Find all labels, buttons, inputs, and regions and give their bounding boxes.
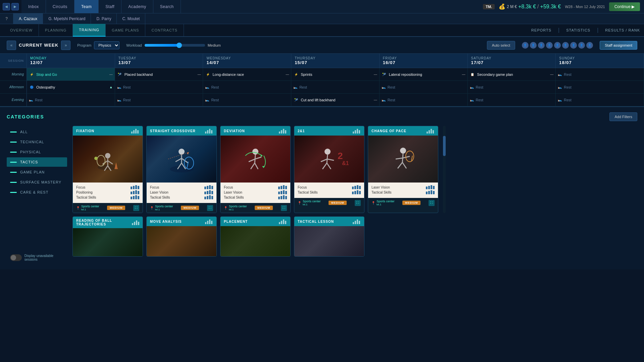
card-deviation[interactable]: DEVIATION — [220, 126, 291, 213]
tab-contracts[interactable]: CONTRACTS — [145, 24, 184, 37]
fri-afternoon[interactable]: 🛌 Rest — [380, 81, 468, 94]
card-move-analysis[interactable]: MOVE ANALYSIS — [146, 216, 217, 257]
card-corner-icon: ⛶ — [281, 205, 287, 211]
nav-tab-inbox[interactable]: Inbox — [21, 0, 46, 13]
thu-afternoon[interactable]: 🛌 Rest — [291, 81, 380, 94]
rest-item: 🛌 Rest — [470, 85, 484, 89]
card-title: 2&1 — [298, 129, 305, 133]
sun-morning[interactable]: 🛌 Rest — [556, 68, 644, 81]
cut-lift-session[interactable]: 🎾 Cut and lift backhand — — [293, 97, 377, 103]
card-title: TACTICAL LESSON — [298, 220, 334, 223]
svg-line-26 — [251, 163, 255, 169]
mon-morning[interactable]: ⚡ Stop and Go — — [27, 68, 115, 81]
osteopathy-session[interactable]: 🔵 Osteopathy ▲ — [29, 85, 113, 90]
nav-tab-team[interactable]: Team — [75, 0, 99, 13]
week-prev-btn[interactable]: « — [7, 41, 16, 50]
sun-evening[interactable]: 🛌 Rest — [556, 94, 644, 106]
sat-evening[interactable]: 🛌 Rest — [468, 94, 556, 106]
cat-all[interactable]: ALL — [7, 127, 67, 137]
rest-icon: 🛌 — [293, 85, 297, 89]
cat-technical[interactable]: TECHNICAL — [7, 137, 67, 147]
rest-label: Rest — [476, 85, 484, 89]
fri-morning[interactable]: 🎾 Lateral repositioning — — [380, 68, 468, 81]
scrollbar-thumb[interactable] — [443, 136, 446, 156]
tue-morning[interactable]: 🎾 Placed backhand — — [115, 68, 203, 81]
tab-planning[interactable]: PLANNING — [39, 24, 73, 37]
stat-label: Focus — [76, 186, 85, 189]
nav-forward[interactable]: ▶ — [11, 3, 19, 10]
svg-text:&1: &1 — [342, 160, 349, 166]
svg-line-14 — [176, 158, 182, 162]
tab-overview[interactable]: OVERVIEW — [4, 24, 39, 37]
long-distance-session[interactable]: ⚡ Long-distance race — — [205, 72, 289, 77]
stat-label: Focus — [150, 186, 159, 189]
tue-evening[interactable]: 🛌 Rest — [115, 94, 203, 106]
cat-care[interactable]: CARE & REST — [7, 188, 67, 197]
continue-button[interactable]: Continue ▶ — [609, 2, 640, 11]
nav-back[interactable]: ◀ — [3, 3, 10, 10]
player-tab-parry[interactable]: D. Parry — [91, 13, 117, 24]
mon-afternoon[interactable]: 🔵 Osteopathy ▲ — [27, 81, 115, 94]
tab-gameplans[interactable]: GAME PLANS — [106, 24, 146, 37]
card-image — [73, 136, 143, 183]
week-next-btn[interactable]: » — [61, 41, 70, 50]
wed-afternoon[interactable]: 🛌 Rest — [203, 81, 291, 94]
day-thursday-header: THURSDAY 15/07 — [291, 54, 380, 68]
card-2and1[interactable]: 2&1 — [294, 126, 364, 213]
cat-gameplan[interactable]: GAME PLAN — [7, 167, 67, 177]
card-change-of-pace[interactable]: CHANGE OF PACE — [368, 126, 438, 213]
thu-evening[interactable]: 🎾 Cut and lift backhand — — [291, 94, 380, 106]
add-filters-button[interactable]: Add Filters — [609, 112, 637, 121]
fri-evening[interactable]: 🛌 Rest — [380, 94, 468, 106]
sprints-session[interactable]: ⚡ Sprints — — [293, 72, 377, 77]
placed-backhand-session[interactable]: 🎾 Placed backhand — — [117, 72, 201, 77]
program-select[interactable]: Physics — [94, 41, 119, 49]
tab-training[interactable]: TRAINING — [73, 24, 106, 37]
staff-assignment-button[interactable]: Staff assignment — [600, 41, 637, 50]
sat-afternoon[interactable]: 🛌 Rest — [468, 81, 556, 94]
day-tuesday-date: 13/07 — [118, 60, 200, 65]
card-stat-focus: Focus — [224, 185, 287, 189]
cat-tactics[interactable]: TACTICS — [7, 157, 67, 167]
scrollbar-track[interactable] — [443, 126, 446, 213]
nav-tab-circuits[interactable]: Circuits — [46, 0, 75, 13]
tab-reports[interactable]: REPORTS — [531, 28, 551, 32]
stat-label: Tactical Skills — [150, 196, 170, 199]
tue-afternoon[interactable]: 🛌 Rest — [115, 81, 203, 94]
wed-morning[interactable]: ⚡ Long-distance race — — [203, 68, 291, 81]
auto-select-button[interactable]: Auto select — [487, 41, 515, 50]
workload-bar[interactable] — [145, 44, 205, 47]
rest-icon: 🛌 — [117, 85, 121, 89]
tab-results[interactable]: RESULTS / RANK — [605, 28, 640, 32]
card-tactical-lesson[interactable]: TACTICAL LESSON — [294, 216, 364, 257]
unavailable-toggle[interactable] — [10, 254, 22, 261]
card-fixation[interactable]: FIXATION — [72, 126, 143, 213]
card-difficulty: MEDIUM — [402, 201, 420, 205]
card-reading[interactable]: READING OF BALL TRAJECTORIES — [72, 216, 143, 257]
staff-icon-9: 👤 — [586, 42, 593, 49]
stop-and-go-session[interactable]: ⚡ Stop and Go — — [29, 72, 113, 77]
card-placement[interactable]: PLACEMENT — [220, 216, 291, 257]
wed-evening[interactable]: 🛌 Rest — [203, 94, 291, 106]
card-straight-crossover[interactable]: STRAIGHT CROSSOVER — [146, 126, 217, 213]
player-tab-mpetshi[interactable]: G. Mpetshi Perricard — [43, 13, 91, 24]
player-tab-cazaux[interactable]: A. Cazaux — [13, 13, 43, 24]
location-level: lvl.1 — [377, 203, 395, 206]
svg-point-1 — [105, 153, 110, 158]
player-tab-moutet[interactable]: C. Moutet — [117, 13, 145, 24]
cat-surface[interactable]: SURFACE MASTERY — [7, 177, 67, 187]
mon-evening[interactable]: 🛌 Rest — [27, 94, 115, 106]
secondary-gameplan-session[interactable]: 📋 Secondary game plan — — [470, 72, 554, 77]
week-info: W28 - Mon 12 July 2021 — [565, 5, 605, 9]
nav-tab-academy[interactable]: Academy — [121, 0, 153, 13]
tab-statistics[interactable]: STATISTICS — [566, 28, 590, 32]
sat-morning[interactable]: 📋 Secondary game plan — — [468, 68, 556, 81]
card-title: FIXATION — [76, 129, 94, 133]
nav-tab-search[interactable]: Search — [153, 0, 181, 13]
nav-tab-staff[interactable]: Staff — [99, 0, 121, 13]
thu-morning[interactable]: ⚡ Sprints — — [291, 68, 380, 81]
card-stat-positioning: Positioning — [76, 190, 139, 194]
cat-physical[interactable]: PHYSICAL — [7, 147, 67, 157]
sun-afternoon[interactable]: 🛌 Rest — [556, 81, 644, 94]
lateral-repos-session[interactable]: 🎾 Lateral repositioning — — [382, 72, 465, 77]
